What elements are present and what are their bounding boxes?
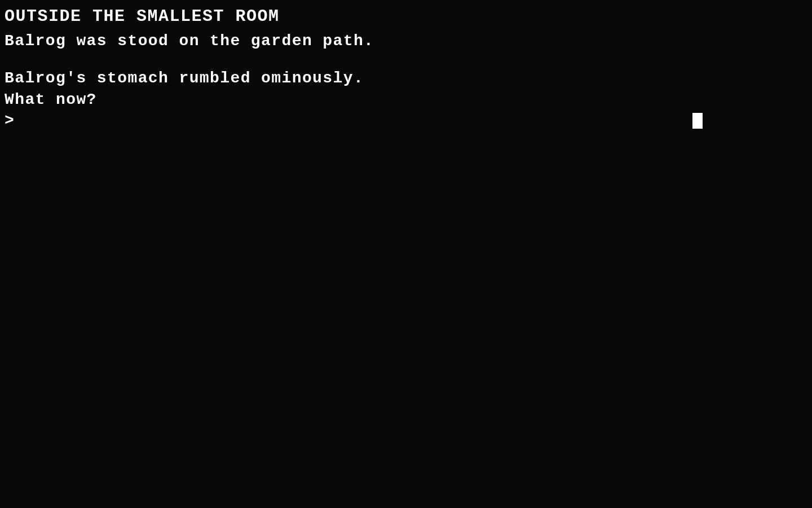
cursor-blink xyxy=(692,113,703,129)
blank-line-1 xyxy=(5,52,807,68)
input-prefix: > xyxy=(5,110,15,132)
location-title: OUTSIDE THE SMALLEST ROOM xyxy=(5,5,807,28)
terminal-window: OUTSIDE THE SMALLEST ROOM Balrog was sto… xyxy=(0,0,812,508)
description-line-2: Balrog's stomach rumbled ominously. xyxy=(5,68,807,89)
input-area[interactable]: > xyxy=(5,110,807,132)
description-line-1: Balrog was stood on the garden path. xyxy=(5,30,807,52)
prompt-question: What now? xyxy=(5,89,807,111)
command-input[interactable] xyxy=(15,112,691,130)
